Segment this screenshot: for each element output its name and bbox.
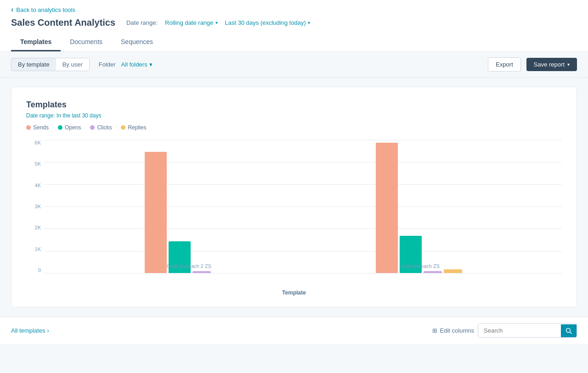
x-axis: Cold Outreach 2 ZS Cold outreach ZS — [45, 259, 562, 273]
page-title: Sales Content Analytics — [11, 17, 115, 28]
tab-templates[interactable]: Templates — [11, 33, 61, 51]
export-button[interactable]: Export — [488, 57, 521, 72]
search-icon — [565, 328, 572, 334]
by-user-button[interactable]: By user — [56, 58, 89, 71]
clicks-dot — [90, 125, 95, 130]
x-axis-title: Template — [26, 289, 562, 296]
chart-plot: Cold Outreach 2 ZS Cold outreach ZS — [45, 140, 562, 273]
footer-bar: All templates › ⊞ Edit columns — [0, 317, 588, 344]
tab-sequences[interactable]: Sequences — [112, 33, 162, 51]
legend-clicks: Clicks — [90, 124, 112, 131]
chevron-down-icon: ▾ — [215, 20, 218, 25]
search-input[interactable] — [478, 324, 561, 337]
last-30-days-button[interactable]: Last 30 days (excluding today) ▾ — [225, 19, 310, 26]
all-templates-link[interactable]: All templates › — [11, 327, 49, 334]
search-box — [478, 323, 577, 338]
columns-icon: ⊞ — [432, 327, 437, 334]
chevron-down-icon: ▾ — [308, 20, 310, 25]
chevron-right-icon: › — [47, 327, 49, 334]
chart-legend: Sends Opens Clicks Replies — [26, 124, 562, 131]
toolbar: By template By user Folder All folders ▾… — [0, 52, 588, 78]
bar-sends-1 — [145, 152, 167, 273]
folder-label: Folder — [99, 61, 116, 68]
chart-area: 6K 5K 4K 3K 2K 1K 0 — [26, 140, 562, 287]
replies-dot — [121, 125, 125, 130]
x-label-2: Cold outreach ZS — [401, 263, 440, 269]
chart-title: Templates — [26, 100, 562, 110]
save-report-button[interactable]: Save report ▾ — [526, 58, 577, 71]
legend-opens: Opens — [58, 124, 81, 131]
chart-card: Templates Date range: In the last 30 day… — [11, 87, 577, 307]
opens-dot — [58, 125, 62, 130]
tab-documents[interactable]: Documents — [61, 33, 112, 51]
legend-sends: Sends — [26, 124, 49, 131]
bars-container — [45, 140, 562, 273]
by-template-button[interactable]: By template — [11, 58, 56, 71]
date-range-label: Date range: — [126, 19, 158, 26]
y-axis: 6K 5K 4K 3K 2K 1K 0 — [26, 140, 45, 273]
legend-replies: Replies — [121, 124, 146, 131]
sends-dot — [26, 125, 31, 130]
chevron-down-icon: ▾ — [149, 61, 153, 68]
view-toggle: By template By user — [11, 58, 90, 71]
back-link[interactable]: Back to analytics tools — [11, 0, 577, 17]
all-folders-button[interactable]: All folders ▾ — [121, 61, 153, 68]
tab-bar: Templates Documents Sequences — [11, 33, 577, 51]
x-label-1: Cold Outreach 2 ZS — [167, 263, 211, 269]
bar-group-cold-outreach — [376, 143, 462, 273]
chart-subtitle: Date range: In the last 30 days — [26, 112, 562, 119]
svg-line-1 — [570, 332, 572, 334]
chevron-down-icon: ▾ — [567, 62, 570, 67]
rolling-date-range-button[interactable]: Rolling date range ▾ — [165, 19, 218, 26]
search-button[interactable] — [561, 324, 577, 337]
bar-group-cold-outreach-2 — [145, 152, 231, 273]
edit-columns-button[interactable]: ⊞ Edit columns — [432, 327, 474, 334]
bar-sends-2 — [376, 143, 398, 273]
